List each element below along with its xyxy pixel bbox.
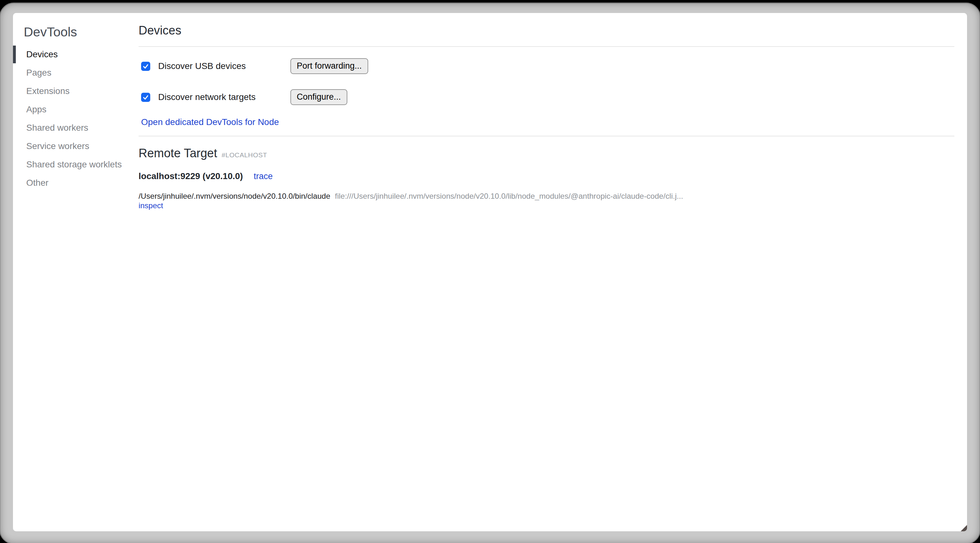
target-path-line: /Users/jinhuilee/.nvm/versions/node/v20.…	[138, 191, 955, 201]
trace-link[interactable]: trace	[254, 172, 273, 181]
sidebar-item-other[interactable]: Other	[13, 174, 138, 192]
discover-network-row: Discover network targets Configure...	[141, 89, 955, 105]
divider	[138, 46, 955, 47]
sidebar-item-shared-storage-worklets[interactable]: Shared storage worklets	[13, 155, 138, 174]
sidebar: DevTools Devices Pages Extensions Apps S…	[13, 13, 138, 531]
remote-target-header: Remote Target #LOCALHOST	[138, 146, 955, 161]
remote-target-title: Remote Target	[138, 146, 217, 161]
open-node-devtools-link[interactable]: Open dedicated DevTools for Node	[141, 117, 279, 127]
checkmark-icon	[143, 94, 149, 100]
sidebar-item-extensions[interactable]: Extensions	[13, 82, 138, 100]
resize-grip-icon[interactable]	[961, 525, 967, 531]
discover-network-checkbox[interactable]	[141, 93, 150, 102]
discover-usb-checkbox[interactable]	[141, 62, 150, 71]
port-forwarding-button[interactable]: Port forwarding...	[290, 58, 368, 74]
desktop-background: DevTools Devices Pages Extensions Apps S…	[0, 0, 980, 543]
file-url: file:///Users/jinhuilee/.nvm/versions/no…	[335, 192, 683, 200]
inspect-devices-page: DevTools Devices Pages Extensions Apps S…	[13, 13, 967, 531]
sidebar-item-service-workers[interactable]: Service workers	[13, 137, 138, 155]
devtools-window: DevTools Devices Pages Extensions Apps S…	[0, 3, 980, 543]
process-path: /Users/jinhuilee/.nvm/versions/node/v20.…	[138, 192, 330, 200]
checkmark-icon	[143, 63, 149, 69]
sidebar-item-devices[interactable]: Devices	[13, 45, 138, 64]
sidebar-item-apps[interactable]: Apps	[13, 100, 138, 119]
target-name: localhost:9229 (v20.10.0)	[138, 171, 243, 181]
discover-usb-row: Discover USB devices Port forwarding...	[141, 58, 955, 74]
discover-network-label: Discover network targets	[158, 92, 290, 102]
app-title: DevTools	[24, 24, 138, 40]
inspect-link[interactable]: inspect	[138, 201, 163, 210]
remote-target-tag: #LOCALHOST	[222, 151, 267, 159]
main-panel: Devices Discover USB devices Port forwar…	[138, 13, 967, 531]
page-title: Devices	[138, 23, 955, 38]
sidebar-item-shared-workers[interactable]: Shared workers	[13, 119, 138, 137]
discover-usb-label: Discover USB devices	[158, 61, 290, 71]
sidebar-item-pages[interactable]: Pages	[13, 64, 138, 82]
divider	[138, 136, 955, 136]
configure-button[interactable]: Configure...	[290, 89, 347, 105]
target-line: localhost:9229 (v20.10.0) trace	[138, 171, 955, 181]
sidebar-nav: Devices Pages Extensions Apps Shared wor…	[13, 45, 138, 192]
